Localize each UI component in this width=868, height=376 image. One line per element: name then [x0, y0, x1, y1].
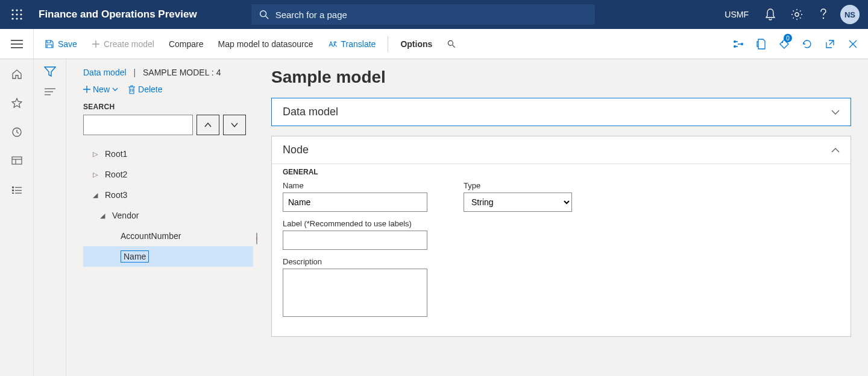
resize-handle[interactable]: ┃┃: [255, 234, 258, 243]
new-button[interactable]: New: [83, 84, 118, 94]
modules-icon[interactable]: [0, 182, 34, 198]
compare-label: Compare: [169, 39, 204, 49]
svg-point-6: [11, 18, 13, 19]
chevron-down-icon: [831, 110, 840, 115]
chevron-up-icon: [831, 148, 840, 153]
save-button[interactable]: Save: [37, 29, 84, 59]
delete-label: Delete: [138, 84, 162, 94]
save-label: Save: [58, 39, 77, 49]
delete-button[interactable]: Delete: [128, 84, 162, 94]
svg-line-10: [265, 16, 268, 19]
open-new-icon[interactable]: [819, 29, 841, 59]
svg-rect-20: [12, 157, 22, 164]
page-icon[interactable]: [750, 29, 773, 59]
name-label: Name: [283, 181, 427, 190]
description-label: Description: [283, 257, 427, 266]
section-title: Data model: [283, 106, 338, 118]
search-icon: [259, 9, 269, 20]
svg-point-16: [734, 45, 736, 48]
global-search-input[interactable]: [275, 10, 588, 20]
tree-node-accountnumber[interactable]: AccountNumber: [83, 226, 253, 246]
name-input[interactable]: [283, 193, 427, 212]
recent-icon[interactable]: [0, 124, 34, 140]
search-next-button[interactable]: [223, 115, 246, 135]
svg-point-8: [20, 18, 22, 19]
settings-icon[interactable]: [784, 0, 810, 29]
svg-point-11: [795, 13, 799, 16]
svg-point-12: [823, 18, 824, 19]
command-bar: Save Create model Compare Map model to d…: [0, 29, 868, 59]
connector-icon[interactable]: [727, 29, 750, 59]
tree-node-label: Root3: [105, 190, 127, 200]
hamburger-icon: [11, 40, 23, 48]
breadcrumb: Data model | SAMPLE MODEL : 4: [83, 68, 253, 77]
search-prev-button[interactable]: [197, 115, 219, 135]
chevron-up-icon: [204, 123, 212, 127]
close-icon[interactable]: [841, 29, 864, 59]
svg-point-9: [260, 11, 266, 17]
svg-point-15: [734, 40, 736, 43]
type-label: Type: [464, 181, 572, 190]
label-label: Label (*Recommended to use labels): [283, 219, 427, 228]
company-switcher[interactable]: USMF: [716, 10, 757, 19]
help-icon[interactable]: [810, 0, 837, 29]
svg-rect-24: [12, 190, 14, 191]
tree-node-root3[interactable]: ◢ Root3: [83, 185, 253, 205]
map-model-label: Map model to datasource: [218, 39, 313, 49]
section-title: Node: [283, 144, 309, 156]
chevron-down-icon: [112, 88, 118, 91]
compare-button[interactable]: Compare: [162, 29, 211, 59]
tree-node-vendor[interactable]: ◢ Vendor: [83, 205, 253, 226]
svg-point-17: [741, 43, 743, 45]
global-search[interactable]: [251, 4, 595, 25]
collapse-icon[interactable]: ◢: [98, 212, 107, 220]
node-section: Node GENERAL Name Label (*Recommended to…: [271, 136, 851, 337]
filter-icon[interactable]: [44, 66, 56, 77]
list-icon[interactable]: [45, 88, 55, 95]
map-model-button[interactable]: Map model to datasource: [211, 29, 321, 59]
refresh-icon[interactable]: [796, 29, 819, 59]
svg-point-1: [16, 9, 17, 11]
tree-node-name[interactable]: Name: [83, 246, 253, 267]
breadcrumb-current: SAMPLE MODEL : 4: [143, 68, 221, 77]
create-model-button: Create model: [84, 29, 162, 59]
attachments-count: 0: [784, 34, 792, 42]
description-input[interactable]: [283, 269, 427, 317]
workspaces-icon[interactable]: [0, 153, 34, 169]
data-model-section: Data model: [271, 98, 851, 126]
translate-button[interactable]: Translate: [321, 29, 383, 59]
data-model-header[interactable]: Data model: [272, 98, 851, 126]
favorites-icon[interactable]: [0, 95, 34, 111]
find-button[interactable]: [439, 29, 464, 59]
translate-label: Translate: [341, 39, 376, 49]
expand-icon[interactable]: ▷: [90, 150, 100, 158]
detail-panel: Sample model Data model Node GENERAL: [259, 59, 868, 376]
translate-icon: [328, 40, 338, 48]
notifications-icon[interactable]: [757, 0, 784, 29]
page-title: Sample model: [271, 68, 851, 87]
expand-icon[interactable]: ▷: [90, 171, 100, 179]
tree-search-input[interactable]: [83, 115, 193, 135]
collapse-icon[interactable]: ◢: [90, 191, 100, 199]
label-input[interactable]: [283, 231, 427, 250]
tree-node-label: Name: [121, 250, 149, 263]
nav-toggle[interactable]: [0, 29, 34, 59]
breadcrumb-link[interactable]: Data model: [83, 68, 127, 77]
search-label: SEARCH: [83, 103, 253, 111]
tree-node-root2[interactable]: ▷ Root2: [83, 164, 253, 185]
chevron-down-icon: [231, 123, 238, 127]
svg-point-4: [16, 13, 17, 15]
type-select[interactable]: String: [464, 193, 572, 212]
home-icon[interactable]: [0, 66, 34, 82]
tree-node-root1[interactable]: ▷ Root1: [83, 144, 253, 164]
tree-toolbar: New Delete: [83, 84, 253, 94]
app-launcher-icon[interactable]: [0, 0, 34, 29]
plus-icon: [83, 86, 90, 93]
user-avatar[interactable]: NS: [840, 5, 860, 24]
separator: [388, 36, 388, 52]
attachments-icon[interactable]: 0: [773, 29, 796, 59]
node-header[interactable]: Node: [272, 136, 851, 164]
svg-rect-25: [12, 193, 14, 194]
options-button[interactable]: Options: [393, 29, 439, 59]
svg-rect-23: [12, 186, 14, 188]
